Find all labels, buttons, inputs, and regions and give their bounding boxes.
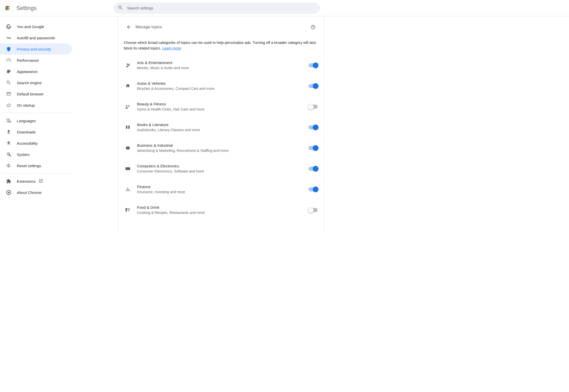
topbar: Settings xyxy=(0,0,569,16)
learn-more-link[interactable]: Learn more xyxy=(162,46,181,50)
intro-text: Choose which broad categories of topics … xyxy=(124,40,318,51)
back-button[interactable] xyxy=(124,22,134,32)
sidebar-item-downloads[interactable]: Downloads xyxy=(0,126,72,138)
sidebar-item-label: Default browser xyxy=(17,92,44,96)
topic-subtitle: Audiobooks, Literary Classics and more xyxy=(137,128,308,132)
finance-icon xyxy=(125,186,131,192)
topic-row-books: Books & LiteratureAudiobooks, Literary C… xyxy=(124,117,318,138)
topic-title: Finance xyxy=(137,185,308,189)
extensions-icon xyxy=(6,179,11,184)
books-icon xyxy=(125,124,131,130)
topic-text: Food & DrinkCooking & Recipes, Restauran… xyxy=(137,205,308,215)
topic-row-autos: Autos & VehiclesBicycles & Accessories, … xyxy=(124,76,318,96)
arts-icon xyxy=(125,62,131,68)
sidebar-item-label: About Chrome xyxy=(17,190,42,195)
topic-text: Beauty & FitnessGyms & Health Clubs, Hai… xyxy=(137,102,308,111)
topic-title: Autos & Vehicles xyxy=(137,81,308,85)
sidebar-item-languages[interactable]: Languages xyxy=(0,115,72,126)
topic-toggle-business[interactable] xyxy=(308,146,318,150)
topic-title: Computers & Electronics xyxy=(137,164,308,168)
system-icon xyxy=(6,152,11,157)
business-icon xyxy=(125,145,131,151)
topic-text: Arts & EntertainmentMovies, Music & Audi… xyxy=(137,60,308,70)
app-title: Settings xyxy=(16,5,37,11)
topic-text: FinanceInsurance, Investing and more xyxy=(137,185,308,194)
appearance-icon xyxy=(6,69,11,74)
topic-toggle-arts[interactable] xyxy=(308,63,318,67)
sidebar-item-label: Search engine xyxy=(17,81,42,85)
sidebar-item-you-google[interactable]: You and Google xyxy=(0,21,72,32)
page-title: Manage topics xyxy=(135,25,162,29)
topic-row-arts: Arts & EntertainmentMovies, Music & Audi… xyxy=(124,55,318,76)
topic-subtitle: Consumer Electronics, Software and more xyxy=(137,169,308,173)
sidebar-item-privacy[interactable]: Privacy and security xyxy=(0,43,72,55)
autofill-icon xyxy=(6,35,11,40)
topic-title: Arts & Entertainment xyxy=(137,60,308,65)
sidebar-item-label: Autofill and passwords xyxy=(17,36,55,40)
topic-toggle-food[interactable] xyxy=(308,208,318,212)
topic-title: Business & Industrial xyxy=(137,143,308,148)
sidebar-item-reset[interactable]: Reset settings xyxy=(0,160,72,171)
sidebar-item-label: Privacy and security xyxy=(17,47,51,51)
topic-subtitle: Cooking & Recipes, Restaurants and more xyxy=(137,211,308,215)
topic-title: Beauty & Fitness xyxy=(137,102,308,106)
topic-text: Books & LiteratureAudiobooks, Literary C… xyxy=(137,122,308,132)
search-engine-icon xyxy=(6,80,11,85)
search-settings-box[interactable] xyxy=(113,3,320,14)
sidebar-item-label: System xyxy=(17,152,30,157)
topic-toggle-autos[interactable] xyxy=(308,84,318,88)
topic-toggle-finance[interactable] xyxy=(308,187,318,191)
privacy-icon xyxy=(6,46,11,52)
topic-text: Business & IndustrialAdvertising & Marke… xyxy=(137,143,308,153)
topic-row-finance: FinanceInsurance, Investing and more xyxy=(124,179,318,200)
topic-toggle-computers[interactable] xyxy=(308,167,318,171)
topic-row-food: Food & DrinkCooking & Recipes, Restauran… xyxy=(124,200,318,220)
sidebar-item-label: You and Google xyxy=(17,24,44,29)
sidebar-item-default-browser[interactable]: Default browser xyxy=(0,88,72,100)
sidebar-item-extensions[interactable]: Extensions xyxy=(0,176,72,187)
topic-toggle-beauty[interactable] xyxy=(308,105,318,109)
computers-icon xyxy=(125,166,131,172)
page-header: Manage topics xyxy=(124,21,318,33)
about-icon xyxy=(6,190,11,195)
topic-toggle-books[interactable] xyxy=(308,125,318,129)
topic-row-computers: Computers & ElectronicsConsumer Electron… xyxy=(124,158,318,179)
sidebar-item-autofill[interactable]: Autofill and passwords xyxy=(0,32,72,43)
search-icon xyxy=(118,5,127,11)
topic-subtitle: Gyms & Health Clubs, Hair Care and more xyxy=(137,107,308,111)
sidebar-item-system[interactable]: System xyxy=(0,149,72,160)
content-card: Manage topics Choose which broad categor… xyxy=(117,16,324,230)
chrome-logo-icon xyxy=(4,5,11,12)
sidebar: You and GoogleAutofill and passwordsPriv… xyxy=(0,16,74,230)
open-external-icon xyxy=(39,179,43,184)
sidebar-item-label: Downloads xyxy=(17,130,36,134)
sidebar-item-label: Performance xyxy=(17,58,39,63)
sidebar-item-appearance[interactable]: Appearance xyxy=(0,66,72,77)
topic-text: Computers & ElectronicsConsumer Electron… xyxy=(137,164,308,173)
sidebar-item-accessibility[interactable]: Accessibility xyxy=(0,138,72,149)
topic-row-business: Business & IndustrialAdvertising & Marke… xyxy=(124,138,318,158)
food-icon xyxy=(125,207,131,213)
topic-subtitle: Insurance, Investing and more xyxy=(137,190,308,194)
topic-subtitle: Movies, Music & Audio and more xyxy=(137,66,308,70)
topic-subtitle: Bicycles & Accessories, Compact Cars and… xyxy=(137,87,308,91)
languages-icon xyxy=(6,118,11,123)
accessibility-icon xyxy=(6,141,11,146)
reset-icon xyxy=(6,163,11,168)
sidebar-item-label: Reset settings xyxy=(17,164,41,168)
autos-icon xyxy=(125,83,131,89)
you-google-icon xyxy=(6,24,11,29)
topic-title: Food & Drink xyxy=(137,205,308,210)
sidebar-item-on-startup[interactable]: On startup xyxy=(0,100,72,111)
intro-body: Choose which broad categories of topics … xyxy=(124,41,316,50)
default-browser-icon xyxy=(6,91,11,96)
sidebar-item-about[interactable]: About Chrome xyxy=(0,187,72,198)
topic-title: Books & Literature xyxy=(137,122,308,127)
sidebar-item-label: Appearance xyxy=(17,69,38,74)
sidebar-item-search-engine[interactable]: Search engine xyxy=(0,77,72,88)
sidebar-divider xyxy=(2,173,72,174)
help-button[interactable] xyxy=(308,22,318,32)
search-input[interactable] xyxy=(127,6,315,10)
sidebar-item-performance[interactable]: Performance xyxy=(0,55,72,66)
sidebar-item-label: Languages xyxy=(17,119,36,123)
